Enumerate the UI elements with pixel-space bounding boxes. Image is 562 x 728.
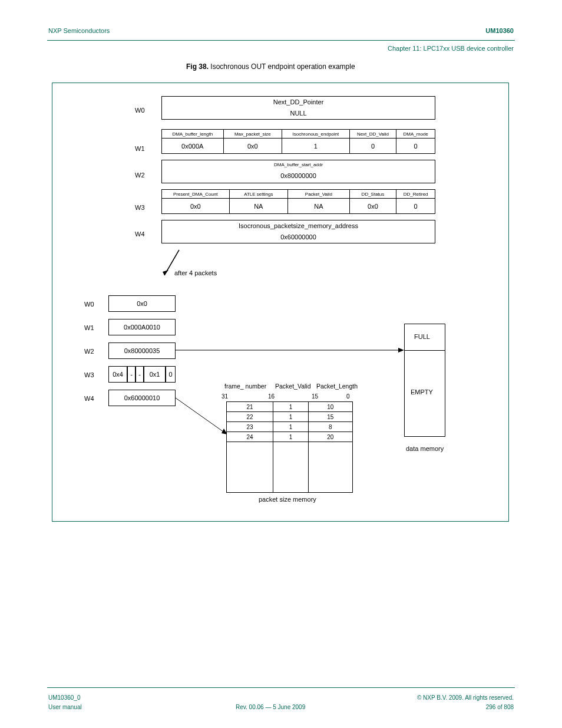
pkt-col-2: Packet_Length <box>316 383 358 390</box>
svg-line-4 <box>176 398 224 432</box>
w-label-b1: W1 <box>84 324 94 331</box>
dd-w1-box: DMA_buffer_length Max_packet_size Isochr… <box>161 129 435 154</box>
pkt-r0-c1: 1 <box>273 402 308 411</box>
dd-w2-value: 0x80000000 <box>162 169 435 183</box>
dd-w3-v1: NA <box>230 199 289 213</box>
dd-w1-h1: Max_packet_size <box>224 130 283 138</box>
pkt-row-2: 23 1 8 <box>227 422 352 432</box>
dd-w3-h0: Present_DMA_Count <box>162 190 230 198</box>
mem-caption: data memory <box>406 445 444 452</box>
dd-w0-title: Next_DD_Pointer <box>162 97 435 107</box>
after-w3-2: - <box>135 366 144 383</box>
dd-w3-v4: 0 <box>396 199 435 213</box>
dd-w2-box: DMA_buffer_start_addr 0x80000000 <box>161 160 435 183</box>
w-label-a4: W4 <box>135 230 145 238</box>
figure-caption: Fig 38. Isochronous OUT endpoint operati… <box>186 62 355 71</box>
pkt-empty-area <box>227 442 352 492</box>
pkt-row-1: 22 1 15 <box>227 412 352 422</box>
header-subtitle: Chapter 11: LPC17xx USB device controlle… <box>388 45 514 52</box>
arrow-w2-to-mem-icon <box>176 348 404 353</box>
pkt-r3-c1: 1 <box>273 432 308 442</box>
dd-w3-h4: DD_Retired <box>396 190 435 198</box>
after-w4: 0x60000010 <box>108 390 176 406</box>
after-w0: 0x0 <box>108 295 176 312</box>
pkt-r2-c2: 8 <box>309 422 352 431</box>
pkt-row-3: 24 1 20 <box>227 432 352 442</box>
dd-w2-title: DMA_buffer_start_addr <box>162 160 435 169</box>
dd-w1-v3: 0 <box>350 139 397 153</box>
w-label-b3: W3 <box>84 371 94 378</box>
figure-frame: W0 W1 W2 W3 W4 Next_DD_Pointer NULL DMA_… <box>52 83 509 522</box>
after-w3-1: - <box>127 366 135 383</box>
after-w3-3: 0x1 <box>144 366 166 383</box>
footer-line2-left: User manual <box>48 704 82 710</box>
footer-rule <box>47 687 515 688</box>
pkt-col-0: frame_ number <box>224 383 266 390</box>
arrow-w4-to-pkt-icon <box>176 397 229 437</box>
pkt-bit-16: 16 <box>268 393 275 400</box>
pkt-r3-c2: 20 <box>309 432 352 442</box>
dd-w1-h0: DMA_buffer_length <box>162 130 224 138</box>
pkt-r3-c0: 24 <box>227 432 273 442</box>
dd-w3-v2: NA <box>288 199 350 213</box>
svg-marker-1 <box>163 270 168 275</box>
w-label-a0: W0 <box>135 107 145 114</box>
figure-text: Isochronous OUT endpoint operation examp… <box>210 62 355 71</box>
header-left: NXP Semiconductors <box>48 27 110 34</box>
pkt-bit-31: 31 <box>222 393 228 400</box>
pkt-r1-c0: 22 <box>227 412 273 421</box>
dd-w0-value: NULL <box>162 107 435 119</box>
dd-w1-h3: Next_DD_Valid <box>350 130 397 138</box>
dd-w4-value: 0x60000000 <box>162 231 435 243</box>
pkt-row-0: 21 1 10 <box>227 402 352 412</box>
pkt-r0-c0: 21 <box>227 402 273 411</box>
pkt-bit-15: 15 <box>312 393 318 400</box>
pkt-r1-c1: 1 <box>273 412 308 421</box>
after-w3-4: 0 <box>166 366 176 383</box>
pkt-r2-c0: 23 <box>227 422 273 431</box>
arrow-note: after 4 packets <box>174 269 217 276</box>
after-w3-0: 0x4 <box>108 366 127 383</box>
data-memory-box <box>404 324 445 437</box>
dd-w1-v4: 0 <box>396 139 435 153</box>
w-label-b4: W4 <box>84 395 94 402</box>
dd-w1-v1: 0x0 <box>224 139 283 153</box>
dd-w3-v3: 0x0 <box>350 199 397 213</box>
dd-w3-h1: ATLE settings <box>230 190 289 198</box>
after-w2: 0x80000035 <box>108 342 176 359</box>
pkt-bit-0: 0 <box>346 393 350 400</box>
dd-w3-v0: 0x0 <box>162 199 230 213</box>
pkt-r2-c1: 1 <box>273 422 308 431</box>
arrow-down-icon <box>156 247 197 282</box>
after-w1: 0x000A0010 <box>108 319 176 335</box>
figure-number: Fig 38. <box>186 62 209 71</box>
packet-table: 21 1 10 22 1 15 23 1 8 24 1 20 <box>226 401 353 493</box>
w-label-a2: W2 <box>135 172 145 179</box>
svg-marker-3 <box>398 348 404 353</box>
dd-w3-h3: DD_Status <box>350 190 397 198</box>
pkt-col-1: Packet_Valid <box>275 383 311 390</box>
dd-w3-h2: Packet_Valid <box>288 190 350 198</box>
dd-w1-v0: 0x000A <box>162 139 224 153</box>
pkt-r0-c2: 10 <box>309 402 352 411</box>
pkt-caption: packet size memory <box>259 496 316 503</box>
w-label-a3: W3 <box>135 204 145 211</box>
footer-left: UM10360_0 <box>48 694 80 701</box>
dd-w4-box: Isocronous_packetsize_memory_address 0x6… <box>161 220 435 243</box>
mem-full: FULL <box>414 333 430 340</box>
pkt-r1-c2: 15 <box>309 412 352 421</box>
footer-line2-right: 296 of 808 <box>486 704 514 710</box>
footer-line2-center: Rev. 00.06 — 5 June 2009 <box>236 704 305 710</box>
w-label-b2: W2 <box>84 348 94 355</box>
dd-w1-v2: 1 <box>282 139 350 153</box>
w-label-b0: W0 <box>84 301 94 308</box>
header-rule <box>47 40 515 41</box>
dd-w4-title: Isocronous_packetsize_memory_address <box>162 220 435 231</box>
dd-w0-box: Next_DD_Pointer NULL <box>161 96 435 120</box>
w-label-a1: W1 <box>135 145 145 152</box>
dd-w1-h2: Isochronous_endpoint <box>282 130 350 138</box>
mem-empty: EMPTY <box>411 388 433 396</box>
header-right: UM10360 <box>485 27 514 34</box>
footer-right: © NXP B.V. 2009. All rights reserved. <box>417 694 514 701</box>
dd-w1-h4: DMA_mode <box>396 130 435 138</box>
